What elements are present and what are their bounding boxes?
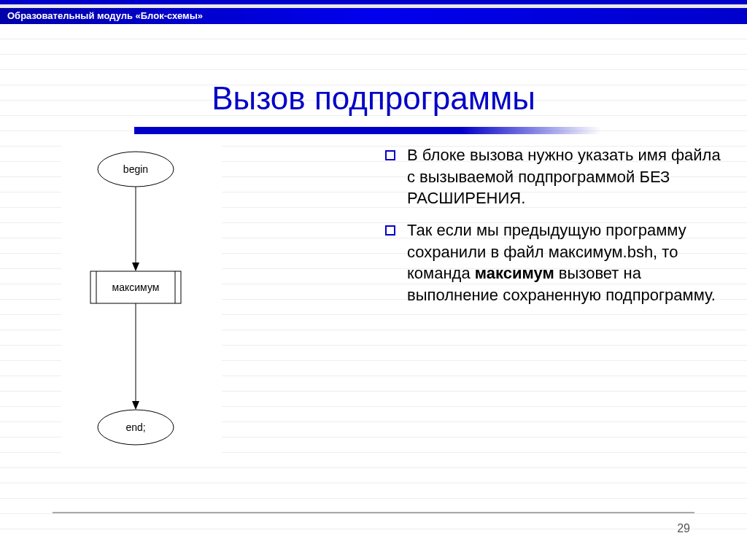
bullet-marker-icon <box>385 225 395 236</box>
bullet-item: Так если мы предыдущую программу сохрани… <box>385 219 728 306</box>
page-number: 29 <box>677 522 690 535</box>
svg-marker-2 <box>132 262 139 271</box>
flow-process-label: максимум <box>112 281 160 293</box>
bullet-list: В блоке вызова нужно указать имя файла с… <box>385 144 728 316</box>
flow-end-label: end; <box>125 421 145 433</box>
bullet-text: В блоке вызова нужно указать имя файла с… <box>407 144 728 209</box>
bullet-item: В блоке вызова нужно указать имя файла с… <box>385 144 728 209</box>
flowchart-diagram: begin максимум end; <box>61 143 222 464</box>
header-bar: Образовательный модуль «Блок-схемы» <box>0 8 747 24</box>
bullet-marker-icon <box>385 150 395 160</box>
header-title: Образовательный модуль «Блок-схемы» <box>7 10 203 21</box>
bullet-text: Так если мы предыдущую программу сохрани… <box>407 219 728 306</box>
title-underline <box>134 127 601 134</box>
bottom-divider <box>53 512 694 513</box>
slide-title: Вызов подпрограммы <box>0 80 747 117</box>
svg-marker-7 <box>132 401 139 410</box>
flow-begin-label: begin <box>123 163 148 175</box>
